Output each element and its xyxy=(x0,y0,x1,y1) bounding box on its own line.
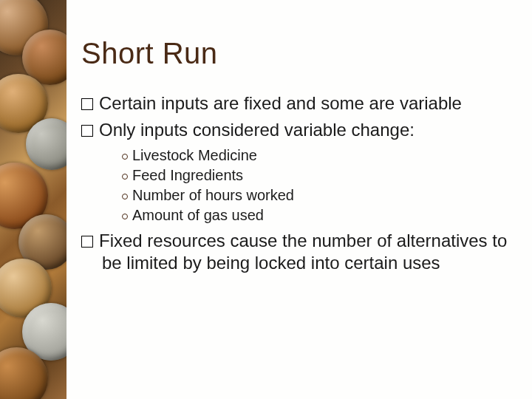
slide-title: Short Run xyxy=(81,37,510,70)
bullet-item: Certain inputs are fixed and some are va… xyxy=(81,92,510,115)
decorative-coin-strip xyxy=(0,0,66,399)
bullet-text: Certain inputs are fixed and some are va… xyxy=(99,93,462,113)
sub-bullet-text: Number of hours worked xyxy=(132,187,294,203)
slide-content: Short Run Certain inputs are fixed and s… xyxy=(81,37,510,279)
ring-bullet-icon xyxy=(122,174,128,180)
checkbox-icon xyxy=(81,98,93,110)
bullet-item: Fixed resources cause the number of alte… xyxy=(81,230,510,274)
ring-bullet-icon xyxy=(122,194,128,200)
coin-decor xyxy=(26,118,66,170)
checkbox-icon xyxy=(81,125,93,137)
bullet-item: Only inputs considered variable change: xyxy=(81,119,510,141)
ring-bullet-icon xyxy=(122,214,128,219)
sub-bullet-item: Amount of gas used xyxy=(122,205,510,225)
sub-bullet-text: Livestock Medicine xyxy=(132,147,257,163)
checkbox-icon xyxy=(81,236,93,248)
sub-bullet-text: Feed Ingredients xyxy=(132,167,243,183)
sub-bullet-item: Number of hours worked xyxy=(122,185,510,205)
bullet-text: Fixed resources cause the number of alte… xyxy=(99,231,507,273)
slide: Short Run Certain inputs are fixed and s… xyxy=(0,0,532,399)
sub-bullet-item: Feed Ingredients xyxy=(122,166,510,185)
sub-bullet-list: Livestock Medicine Feed Ingredients Numb… xyxy=(122,146,510,225)
ring-bullet-icon xyxy=(122,154,128,160)
bullet-text: Only inputs considered variable change: xyxy=(99,120,415,140)
sub-bullet-text: Amount of gas used xyxy=(132,207,264,223)
sub-bullet-item: Livestock Medicine xyxy=(122,146,510,166)
